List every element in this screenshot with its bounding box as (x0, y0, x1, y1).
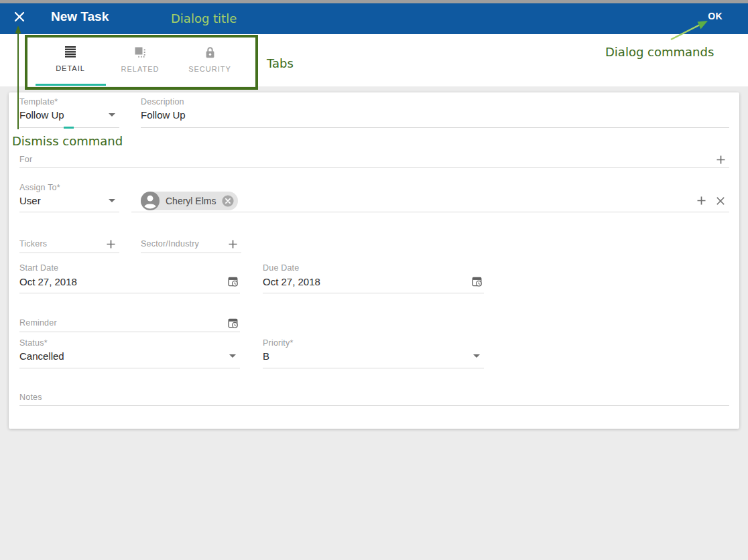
assignee-chip[interactable]: Cheryl Elms (141, 192, 238, 210)
add-icon[interactable] (696, 196, 706, 206)
template-focus-indicator (64, 127, 74, 129)
calendar-icon[interactable] (471, 275, 483, 287)
priority-label: Priority* (263, 338, 484, 348)
annotation-dialog-title: Dialog title (171, 11, 237, 25)
calendar-icon[interactable] (227, 275, 239, 287)
security-tab-icon (204, 46, 216, 61)
template-label: Template* (19, 97, 119, 107)
detail-tab-icon (63, 46, 78, 60)
dialog-header: New Task OK (0, 3, 748, 34)
reminder-label: Reminder (19, 318, 57, 328)
due-date-label: Due Date (263, 263, 484, 273)
start-date-value: Oct 27, 2018 (19, 276, 77, 287)
add-icon[interactable] (228, 239, 238, 249)
tab-security-label: SECURITY (188, 65, 231, 73)
chip-remove-icon[interactable] (222, 195, 234, 207)
assign-to-chip-row[interactable]: Cheryl Elms (131, 190, 729, 212)
due-date-value: Oct 27, 2018 (263, 276, 320, 287)
description-label: Description (141, 97, 729, 107)
for-field[interactable]: For (19, 151, 729, 168)
status-label: Status* (19, 338, 240, 348)
tickers-field[interactable]: Tickers (19, 235, 119, 253)
close-icon[interactable] (13, 10, 26, 23)
chevron-down-icon[interactable] (109, 113, 115, 117)
tab-related-label: RELATED (121, 65, 160, 73)
tab-related[interactable]: RELATED (105, 34, 175, 86)
start-date-label: Start Date (19, 263, 240, 273)
tab-bar: DETAIL RELATED SECURITY (0, 34, 748, 86)
template-field[interactable]: Template* Follow Up (19, 97, 119, 128)
avatar (141, 192, 160, 210)
notes-field[interactable]: Notes (19, 391, 729, 406)
priority-field[interactable]: Priority* B (263, 338, 484, 368)
description-field[interactable]: Description Follow Up (141, 97, 729, 128)
add-icon[interactable] (106, 239, 116, 249)
related-tab-icon (134, 46, 146, 61)
annotation-dialog-commands: Dialog commands (605, 45, 714, 59)
chevron-down-icon[interactable] (229, 354, 236, 358)
active-tab-indicator (36, 84, 106, 86)
notes-label: Notes (19, 393, 42, 402)
description-value: Follow Up (141, 109, 186, 121)
dialog-title: New Task (51, 9, 109, 24)
annotation-dismiss-command: Dismiss command (12, 134, 123, 148)
tab-detail-label: DETAIL (56, 64, 85, 72)
tab-security[interactable]: SECURITY (175, 34, 245, 86)
calendar-icon[interactable] (227, 317, 239, 329)
assign-to-field[interactable]: Assign To* User (19, 183, 119, 212)
assignee-chip-name: Cheryl Elms (160, 196, 222, 206)
sector-industry-field[interactable]: Sector/Industry (141, 235, 241, 253)
tab-detail[interactable]: DETAIL (36, 34, 105, 86)
annotation-tabs: Tabs (267, 56, 294, 70)
status-value: Cancelled (19, 350, 64, 362)
start-date-field[interactable]: Start Date Oct 27, 2018 (19, 263, 240, 293)
priority-value: B (263, 350, 269, 362)
for-label: For (19, 155, 32, 164)
chevron-down-icon[interactable] (473, 354, 480, 358)
template-value: Follow Up (19, 109, 64, 121)
reminder-field[interactable]: Reminder (19, 314, 240, 332)
due-date-field[interactable]: Due Date Oct 27, 2018 (263, 263, 484, 293)
assign-to-label: Assign To* (19, 183, 119, 192)
clear-icon[interactable] (716, 196, 725, 206)
add-icon[interactable] (716, 155, 726, 165)
ok-button[interactable]: OK (708, 11, 723, 21)
sector-industry-label: Sector/Industry (141, 239, 199, 249)
chevron-down-icon[interactable] (109, 199, 115, 202)
tickers-label: Tickers (19, 239, 47, 249)
assign-to-value: User (19, 195, 41, 206)
status-field[interactable]: Status* Cancelled (19, 338, 240, 368)
